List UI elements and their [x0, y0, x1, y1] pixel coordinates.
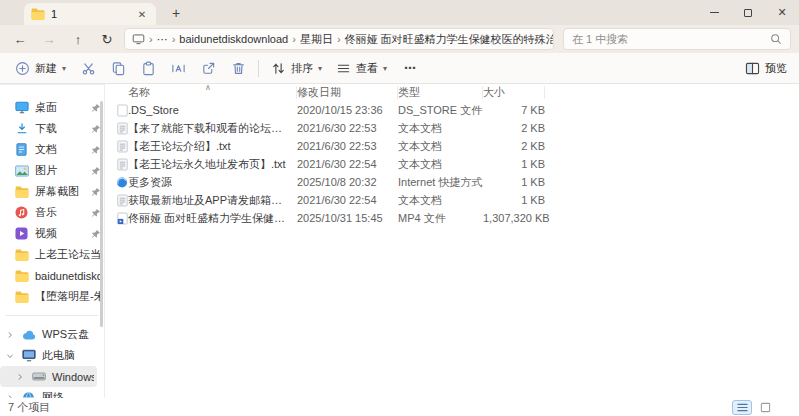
- new-button-label: 新建: [35, 61, 57, 76]
- item-count: 7 个项目: [8, 400, 50, 415]
- sidebar-item-label: 上老王论坛当老王: [35, 247, 101, 262]
- sidebar-item-label: 下载: [35, 121, 84, 136]
- file-type-label: DS_STORE 文件: [398, 103, 483, 118]
- details-view-toggle[interactable]: [732, 400, 752, 415]
- breadcrumb-segment[interactable]: 星期日: [300, 32, 333, 47]
- sidebar-item-cloud[interactable]: WPS云盘: [0, 324, 104, 345]
- up-button[interactable]: ↑: [66, 33, 90, 46]
- file-name: 佟丽娅 面对旺盛精力学生保健校医的特殊治疗 ...: [128, 211, 297, 226]
- sort-icon: [271, 61, 286, 76]
- file-row[interactable]: 获取最新地址及APP请发邮箱自动获取.txt2021/6/30 22:54文本文…: [105, 191, 799, 209]
- sidebar-scrollbar[interactable]: [100, 101, 103, 327]
- command-toolbar: 新建 ▾ 排序 ▾ 查看 ▾ ⋯ 预览: [0, 53, 799, 84]
- column-header-size[interactable]: 大小: [483, 86, 545, 99]
- file-row[interactable]: 【来了就能下载和观看的论坛，纯免费！】.txt2021/6/30 22:53文本…: [105, 119, 799, 137]
- sidebar-item-network[interactable]: 网络: [0, 387, 104, 398]
- file-size: 2 KB: [483, 140, 545, 152]
- file-name: 【老王论坛介绍】.txt: [128, 139, 297, 154]
- this-pc-icon: [132, 33, 145, 45]
- column-header-name[interactable]: 名称: [128, 86, 297, 99]
- file-type-icon: [116, 176, 128, 189]
- file-name: .DS_Store: [128, 104, 297, 116]
- file-type-label: MP4 文件: [398, 211, 483, 226]
- file-row[interactable]: 更多资源2025/10/8 20:32Internet 快捷方式1 KB: [105, 173, 799, 191]
- file-type-icon: [116, 140, 128, 153]
- music-icon: [14, 206, 29, 219]
- maximize-button[interactable]: [731, 0, 765, 25]
- paste-button[interactable]: [133, 57, 163, 80]
- pictures-icon: [14, 165, 29, 177]
- more-options-button[interactable]: ⋯: [394, 59, 427, 77]
- folder-icon: [14, 291, 29, 303]
- new-tab-button[interactable]: +: [164, 5, 188, 21]
- file-type-icon: [116, 122, 128, 135]
- file-row[interactable]: 【老王论坛永久地址发布页】.txt2021/6/30 22:54文本文档1 KB: [105, 155, 799, 173]
- tab-close-icon[interactable]: ✕: [135, 9, 149, 20]
- file-type-label: 文本文档: [398, 139, 483, 154]
- minimize-button[interactable]: [697, 0, 731, 25]
- new-button[interactable]: 新建 ▾: [8, 57, 73, 80]
- file-date-modified: 2025/10/8 20:32: [297, 176, 398, 188]
- preview-pane-icon: [745, 62, 760, 75]
- sidebar-item-pictures[interactable]: 图片: [0, 160, 104, 181]
- column-header-date[interactable]: 修改日期: [297, 86, 398, 99]
- desktop-icon: [14, 101, 29, 114]
- icons-view-toggle[interactable]: [755, 400, 775, 415]
- file-row[interactable]: .DS_Store2020/10/15 23:36DS_STORE 文件7 KB: [105, 101, 799, 119]
- document-icon: [14, 143, 29, 156]
- file-date-modified: 2021/6/30 22:53: [297, 140, 398, 152]
- view-icon: [336, 61, 351, 76]
- file-row[interactable]: 【老王论坛介绍】.txt2021/6/30 22:53文本文档2 KB: [105, 137, 799, 155]
- refresh-button[interactable]: ↻: [95, 33, 119, 46]
- search-box[interactable]: 在 1 中搜索: [563, 28, 791, 50]
- rename-button[interactable]: [163, 57, 193, 80]
- sidebar-item-download[interactable]: 下载: [0, 118, 104, 139]
- view-button[interactable]: 查看 ▾: [329, 57, 394, 80]
- toolbar-divider: [258, 60, 259, 77]
- sidebar-item-folder[interactable]: 上老王论坛当老王: [0, 244, 104, 265]
- sidebar-item-label: 【堕落明星-朱可: [35, 289, 101, 304]
- explorer-body: 桌面下载文档图片屏幕截图音乐视频上老王论坛当老王baidunetdiskdown…: [0, 84, 799, 398]
- sidebar-item-folder[interactable]: 【堕落明星-朱可: [0, 286, 104, 307]
- copy-button[interactable]: [103, 57, 133, 80]
- close-button[interactable]: ✕: [765, 0, 799, 25]
- network-icon: [21, 391, 36, 398]
- breadcrumb-segment[interactable]: ⋯: [157, 33, 168, 46]
- chevron-down-icon: ▾: [62, 64, 66, 73]
- chevron-down-icon: ▾: [383, 64, 387, 73]
- sidebar-item-folder[interactable]: 屏幕截图: [0, 181, 104, 202]
- back-button[interactable]: ←: [8, 33, 32, 46]
- sidebar-item-videos[interactable]: 视频: [0, 223, 104, 244]
- sidebar-item-drive[interactable]: Windows-SSD: [0, 366, 97, 387]
- search-placeholder: 在 1 中搜索: [572, 32, 770, 47]
- search-icon: [770, 33, 782, 45]
- breadcrumb[interactable]: ›⋯›baidunetdiskdownload›星期日›佟丽娅 面对旺盛精力学生…: [124, 28, 554, 50]
- sidebar-item-pc[interactable]: 此电脑: [0, 345, 104, 366]
- sidebar-item-label: 桌面: [35, 100, 84, 115]
- sidebar-item-document[interactable]: 文档: [0, 139, 104, 160]
- file-type-label: Internet 快捷方式: [398, 175, 483, 190]
- preview-button[interactable]: 预览: [745, 61, 791, 76]
- sort-button[interactable]: 排序 ▾: [264, 57, 329, 80]
- explorer-tab[interactable]: 1 ✕: [24, 3, 156, 25]
- breadcrumb-segment[interactable]: 佟丽娅 面对旺盛精力学生保健校医的特殊治疗: [345, 32, 554, 47]
- title-bar: 1 ✕ + ✕: [0, 0, 799, 25]
- cut-button[interactable]: [73, 57, 103, 80]
- sidebar-item-folder[interactable]: baidunetdiskdownload: [0, 265, 104, 286]
- file-size: 1 KB: [483, 176, 545, 188]
- forward-button[interactable]: →: [37, 33, 61, 46]
- column-header-type[interactable]: 类型: [398, 86, 483, 99]
- sidebar-item-desktop[interactable]: 桌面: [0, 97, 104, 118]
- column-headers: ∧ 名称 修改日期 类型 大小: [105, 84, 799, 101]
- file-type-label: 文本文档: [398, 157, 483, 172]
- new-icon: [15, 61, 30, 76]
- sidebar-item-label: 文档: [35, 142, 84, 157]
- file-list: .DS_Store2020/10/15 23:36DS_STORE 文件7 KB…: [105, 101, 799, 398]
- share-button[interactable]: [193, 57, 223, 80]
- file-row[interactable]: 佟丽娅 面对旺盛精力学生保健校医的特殊治疗 ...2025/10/31 15:4…: [105, 209, 799, 227]
- file-type-label: 文本文档: [398, 193, 483, 208]
- sort-button-label: 排序: [291, 61, 313, 76]
- sidebar-item-music[interactable]: 音乐: [0, 202, 104, 223]
- breadcrumb-segment[interactable]: baidunetdiskdownload: [179, 33, 288, 45]
- delete-button[interactable]: [223, 57, 253, 80]
